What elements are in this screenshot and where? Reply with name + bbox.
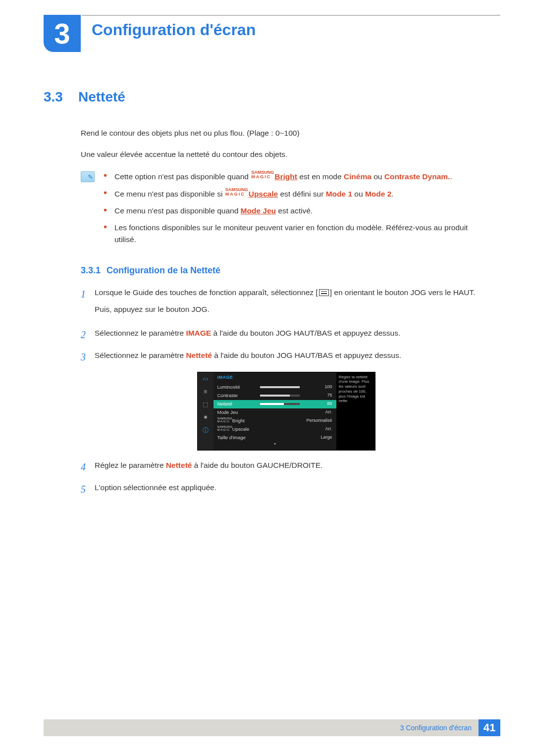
intro-para-1: Rend le contour des objets plus net ou p… (81, 127, 491, 139)
step-3: 3 Sélectionnez le paramètre Netteté à l'… (81, 350, 491, 365)
note-item-4: Les fonctions disponibles sur le moniteu… (104, 222, 491, 246)
footer-page-number: 41 (479, 719, 500, 736)
steps-list: 1 Lorsque le Guide des touches de foncti… (81, 287, 491, 497)
note-list: Cette option n'est pas disponible quand … (104, 170, 491, 251)
note-icon (81, 171, 95, 182)
step-1: 1 Lorsque le Guide des touches de foncti… (81, 287, 491, 320)
step-2: 2 Sélectionnez le paramètre IMAGE à l'ai… (81, 327, 491, 343)
osd-row-luminosite: Luminosité 100 (217, 383, 332, 392)
footer-chapter-label: 3 Configuration d'écran (393, 719, 479, 736)
section-number: 3.3 (44, 89, 78, 105)
samsung-magic-logo: SAMSUNGMAGIC (225, 188, 248, 197)
chapter-number-tab: 3 (44, 15, 81, 52)
section-heading: 3.3Netteté (44, 89, 491, 105)
osd-panel-title: IMAGE (217, 374, 332, 381)
osd-icon-image: ▭ (201, 375, 211, 383)
osd-row-modejeu: Mode Jeu Arr. (217, 408, 332, 417)
note-block: Cette option n'est pas disponible quand … (81, 170, 491, 251)
osd-main-panel: IMAGE Luminosité 100 Contraste 75 Nettet… (214, 372, 336, 450)
osd-icon-settings: ✷ (201, 414, 211, 422)
note-item-3: Ce menu n'est pas disponible quand Mode … (104, 205, 491, 217)
note-item-2: Ce menu n'est pas disponible si SAMSUNGM… (104, 188, 491, 200)
subsection-heading: 3.3.1Configuration de la Netteté (81, 265, 491, 276)
menu-icon (319, 289, 329, 296)
osd-scroll-down-icon: ▾ (217, 441, 332, 447)
osd-screenshot: ▭ ≡ ⬚ ✷ ⓘ IMAGE Luminosité 100 Contraste… (197, 372, 375, 451)
chapter-title: Configuration d'écran (92, 21, 256, 39)
top-rule (82, 15, 500, 16)
footer-bar (44, 719, 393, 736)
osd-icon-info: ⓘ (201, 427, 211, 435)
page-footer: 3 Configuration d'écran 41 (44, 719, 500, 736)
intro-para-2: Une valeur élevée accentue la netteté du… (81, 149, 491, 160)
note-item-1: Cette option n'est pas disponible quand … (104, 170, 491, 183)
osd-icon-size: ⬚ (201, 401, 211, 409)
page-content: 3.3Netteté Rend le contour des objets pl… (44, 89, 491, 504)
samsung-magic-logo: SAMSUNGMAGIC (251, 170, 274, 179)
osd-sidebar: ▭ ≡ ⬚ ✷ ⓘ (198, 372, 214, 450)
step-5: 5 L'option sélectionnée est appliquée. (81, 482, 491, 497)
osd-icon-list: ≡ (201, 388, 211, 396)
osd-help-panel: Réglez la netteté d'une image. Plus les … (336, 372, 375, 450)
step-4: 4 Réglez le paramètre Netteté à l'aide d… (81, 459, 491, 475)
osd-row-contraste: Contraste 75 (217, 392, 332, 400)
osd-row-upscale: SAMSUNGMAGICUpscale Arr. (217, 425, 332, 434)
section-title: Netteté (78, 89, 125, 104)
osd-row-bright: SAMSUNGMAGICBright Personnalisé (217, 417, 332, 425)
osd-row-nettete-selected: Netteté 60 (214, 400, 336, 408)
